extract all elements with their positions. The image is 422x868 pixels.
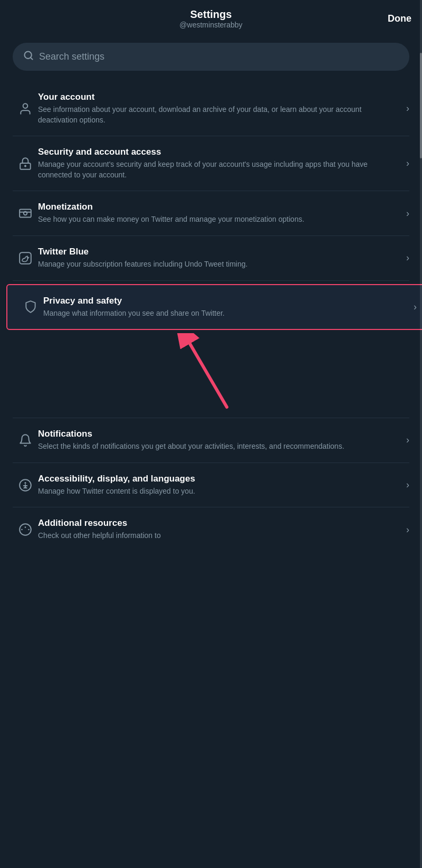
your-account-content: Your account See information about your … (38, 92, 406, 125)
additional-resources-content: Additional resources Check out other hel… (38, 518, 406, 541)
settings-item-twitter-blue[interactable]: Twitter Blue Manage your subscription fe… (0, 236, 422, 280)
settings-item-your-account[interactable]: Your account See information about your … (0, 81, 422, 136)
account-icon (13, 102, 38, 116)
chevron-icon-additional: › (406, 524, 409, 535)
header: Settings @westminsterabby Done (0, 0, 422, 37)
monetization-desc: See how you can make money on Twitter an… (38, 214, 398, 225)
accessibility-title: Accessibility, display, and languages (38, 474, 398, 484)
settings-item-notifications[interactable]: Notifications Select the kinds of notifi… (0, 418, 422, 463)
additional-resources-title: Additional resources (38, 518, 398, 529)
notifications-title: Notifications (38, 429, 398, 439)
svg-point-18 (25, 527, 25, 527)
svg-point-12 (24, 482, 26, 484)
arrow-annotation (0, 333, 422, 418)
settings-item-monetization[interactable]: Monetization See how you can make money … (0, 191, 422, 235)
search-bar[interactable] (13, 43, 409, 71)
done-button[interactable]: Done (388, 13, 411, 24)
bell-icon (13, 433, 38, 447)
settings-item-accessibility[interactable]: Accessibility, display, and languages Ma… (0, 463, 422, 507)
settings-item-additional-resources[interactable]: Additional resources Check out other hel… (0, 507, 422, 552)
account-handle: @westminsterabby (179, 21, 242, 29)
twitter-blue-title: Twitter Blue (38, 247, 398, 257)
chevron-icon-accessibility: › (406, 479, 409, 490)
accessibility-content: Accessibility, display, and languages Ma… (38, 474, 406, 497)
chevron-icon-notifications: › (406, 435, 409, 446)
shield-icon (18, 300, 43, 314)
page-title: Settings (179, 8, 242, 21)
twitter-blue-content: Twitter Blue Manage your subscription fe… (38, 247, 406, 270)
settings-list: Your account See information about your … (0, 81, 422, 552)
svg-rect-5 (20, 210, 31, 218)
scrollbar-thumb[interactable] (420, 53, 422, 158)
notifications-content: Notifications Select the kinds of notifi… (38, 429, 406, 452)
chevron-icon-twitter-blue: › (406, 252, 409, 263)
settings-item-privacy-safety[interactable]: Privacy and safety Manage what informati… (6, 284, 422, 331)
svg-line-1 (31, 58, 33, 60)
privacy-safety-desc: Manage what information you see and shar… (43, 308, 405, 319)
additional-resources-desc: Check out other helpful information to (38, 531, 398, 541)
svg-point-19 (22, 530, 22, 530)
settings-item-security[interactable]: Security and account access Manage your … (0, 136, 422, 191)
svg-line-10 (190, 344, 227, 407)
chevron-icon: › (406, 103, 409, 114)
lock-icon (13, 157, 38, 171)
chevron-icon-privacy: › (414, 301, 417, 313)
svg-point-20 (28, 530, 29, 530)
accessibility-icon (13, 478, 38, 492)
svg-point-2 (23, 103, 28, 108)
divider-4 (13, 280, 409, 281)
scrollbar[interactable] (420, 0, 422, 868)
privacy-safety-content: Privacy and safety Manage what informati… (43, 296, 414, 319)
security-content: Security and account access Manage your … (38, 147, 406, 180)
svg-point-4 (25, 165, 26, 166)
header-center: Settings @westminsterabby (179, 8, 242, 29)
info-icon (13, 523, 38, 536)
privacy-safety-title: Privacy and safety (43, 296, 405, 306)
twitter-blue-desc: Manage your subscription features includ… (38, 259, 398, 270)
security-title: Security and account access (38, 147, 398, 157)
money-icon (13, 206, 38, 220)
your-account-title: Your account (38, 92, 398, 102)
search-input[interactable] (39, 51, 399, 62)
chevron-icon-monetization: › (406, 208, 409, 219)
chevron-icon-security: › (406, 158, 409, 169)
security-desc: Manage your account's security and keep … (38, 159, 398, 180)
monetization-content: Monetization See how you can make money … (38, 202, 406, 225)
search-icon (23, 50, 34, 63)
accessibility-desc: Manage how Twitter content is displayed … (38, 486, 398, 497)
monetization-title: Monetization (38, 202, 398, 212)
your-account-desc: See information about your account, down… (38, 105, 398, 125)
notifications-desc: Select the kinds of notifications you ge… (38, 441, 398, 452)
twitter-icon (13, 251, 38, 265)
